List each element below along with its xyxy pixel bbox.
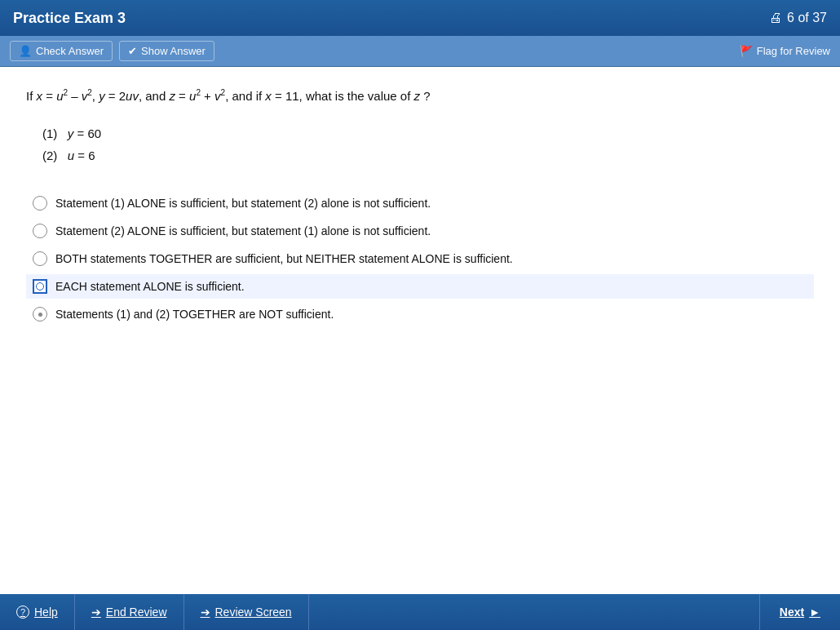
check-answer-label: Check Answer: [36, 45, 104, 57]
radio-b: [33, 224, 47, 238]
statement-2: (2) u = 6: [42, 144, 814, 166]
flag-review-button[interactable]: 🚩 Flag for Review: [740, 45, 830, 57]
choice-d-text: EACH statement ALONE is sufficient.: [55, 280, 245, 293]
radio-e: [33, 307, 47, 322]
next-label: Next: [780, 606, 804, 619]
choice-e[interactable]: Statements (1) and (2) TOGETHER are NOT …: [26, 302, 814, 326]
review-screen-button[interactable]: ➔ Review Screen: [184, 594, 309, 630]
statements: (1) y = 60 (2) u = 6: [42, 122, 814, 166]
radio-d: [33, 279, 47, 294]
flag-label: Flag for Review: [757, 45, 830, 57]
main-content: If x = u2 – v2, y = 2uv, and z = u2 + v2…: [0, 67, 840, 594]
footer: ? Help ➔ End Review ➔ Review Screen Next…: [0, 594, 840, 630]
end-review-icon: ➔: [91, 606, 101, 619]
progress-text: 6 of 37: [787, 11, 827, 25]
radio-a: [33, 196, 47, 211]
toolbar: 👤 Check Answer ✔ Show Answer 🚩 Flag for …: [0, 36, 840, 67]
toolbar-left: 👤 Check Answer ✔ Show Answer: [10, 41, 214, 61]
choice-a-text: Statement (1) ALONE is sufficient, but s…: [55, 197, 431, 210]
show-answer-label: Show Answer: [141, 45, 206, 57]
choice-b[interactable]: Statement (2) ALONE is sufficient, but s…: [26, 219, 814, 243]
check-answer-button[interactable]: 👤 Check Answer: [10, 41, 113, 61]
review-screen-icon: ➔: [201, 606, 210, 619]
choice-d[interactable]: EACH statement ALONE is sufficient.: [26, 274, 814, 299]
radio-d-inner: [36, 282, 44, 291]
end-review-button[interactable]: ➔ End Review: [75, 594, 184, 630]
choice-c-text: BOTH statements TOGETHER are sufficient,…: [55, 252, 513, 265]
review-screen-label: Review Screen: [215, 606, 292, 619]
help-icon: ?: [16, 606, 29, 619]
choice-b-text: Statement (2) ALONE is sufficient, but s…: [55, 224, 431, 237]
show-answer-icon: ✔: [128, 45, 137, 57]
progress-icon: 🖨: [769, 11, 782, 25]
choice-a[interactable]: Statement (1) ALONE is sufficient, but s…: [26, 191, 814, 215]
show-answer-button[interactable]: ✔ Show Answer: [119, 41, 214, 61]
question-text: If x = u2 – v2, y = 2uv, and z = u2 + v2…: [26, 87, 814, 106]
progress-display: 🖨 6 of 37: [769, 11, 827, 25]
end-review-label: End Review: [106, 606, 167, 619]
header: Practice Exam 3 🖨 6 of 37: [0, 0, 840, 36]
answer-choices: Statement (1) ALONE is sufficient, but s…: [26, 191, 814, 326]
statement-1: (1) y = 60: [42, 122, 814, 144]
radio-e-dot: [38, 313, 42, 317]
choice-e-text: Statements (1) and (2) TOGETHER are NOT …: [55, 308, 334, 321]
next-icon: ►: [809, 606, 820, 619]
footer-spacer: [309, 594, 759, 630]
check-answer-icon: 👤: [19, 45, 32, 57]
next-button[interactable]: Next ►: [759, 594, 840, 630]
radio-c: [33, 251, 47, 266]
exam-title: Practice Exam 3: [13, 10, 126, 27]
help-label: Help: [34, 606, 58, 619]
help-button[interactable]: ? Help: [0, 594, 75, 630]
choice-c[interactable]: BOTH statements TOGETHER are sufficient,…: [26, 246, 814, 271]
flag-icon: 🚩: [740, 45, 753, 57]
